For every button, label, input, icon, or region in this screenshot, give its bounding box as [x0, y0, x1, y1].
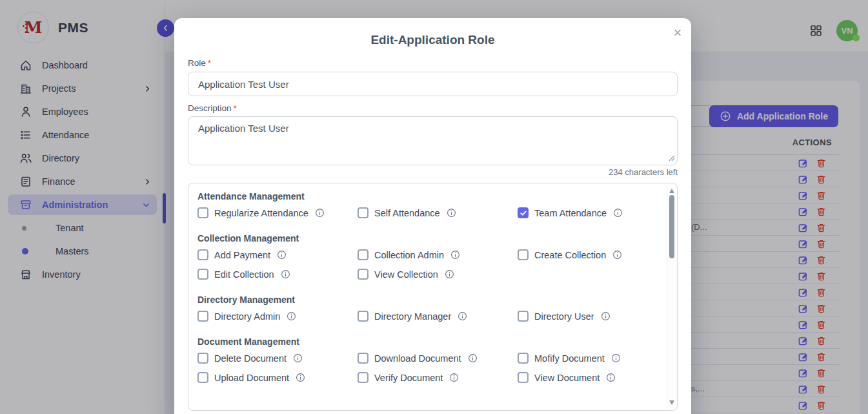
info-icon[interactable]	[449, 373, 459, 382]
permission-add-payment[interactable]: Add Payment	[197, 249, 358, 260]
info-icon[interactable]	[468, 353, 478, 363]
info-icon[interactable]	[277, 250, 287, 260]
permission-label: Upload Document	[214, 373, 289, 383]
description-field-label: Description*	[188, 103, 678, 113]
permission-label: Mofify Document	[534, 353, 605, 364]
role-field-label: Role*	[188, 58, 678, 68]
permission-group-title: Collection Management	[197, 233, 658, 243]
checkbox-icon[interactable]	[197, 353, 208, 364]
permission-label: View Collection	[374, 269, 438, 280]
info-icon[interactable]	[450, 250, 460, 260]
characters-left-counter: 234 characters left	[188, 167, 678, 177]
checkbox-icon[interactable]	[518, 372, 529, 383]
checkbox-icon[interactable]	[197, 311, 208, 322]
info-icon[interactable]	[447, 208, 456, 218]
info-icon[interactable]	[611, 353, 621, 363]
permission-view-collection[interactable]: View Collection	[358, 269, 518, 280]
checkbox-icon[interactable]	[358, 269, 368, 280]
permission-group-title: Attendance Management	[197, 191, 658, 202]
checkbox-icon[interactable]	[197, 372, 208, 383]
permission-self-attendance[interactable]: Self Attendance	[358, 207, 518, 218]
permission-group-document-management: Document Management Delete Document Down…	[197, 336, 658, 383]
checkbox-icon[interactable]	[358, 249, 368, 260]
permission-create-collection[interactable]: Create Collection	[518, 249, 658, 260]
permission-edit-collection[interactable]: Edit Collection	[197, 269, 358, 280]
permission-group-collection-management: Collection Management Add Payment Collec…	[197, 233, 658, 280]
info-icon[interactable]	[613, 208, 623, 218]
info-icon[interactable]	[281, 269, 290, 279]
permission-label: Directory User	[534, 311, 594, 322]
checkbox-icon[interactable]	[197, 207, 208, 218]
role-input[interactable]	[188, 72, 678, 96]
scroll-up-arrow-icon[interactable]	[669, 189, 674, 193]
permissions-groups: Attendance Management Regularize Attenda…	[197, 191, 658, 383]
info-icon[interactable]	[612, 250, 622, 260]
permission-label: Edit Collection	[214, 269, 274, 280]
scroll-down-arrow-icon[interactable]	[669, 400, 674, 405]
info-icon[interactable]	[601, 311, 611, 321]
info-icon[interactable]	[296, 373, 305, 382]
permission-mofify-document[interactable]: Mofify Document	[518, 353, 658, 364]
checkbox-icon[interactable]	[197, 269, 208, 280]
required-asterisk: *	[208, 58, 211, 68]
checkbox-icon[interactable]	[358, 372, 368, 383]
permission-collection-admin[interactable]: Collection Admin	[358, 249, 518, 260]
permission-label: Add Payment	[214, 250, 270, 260]
permission-group-title: Directory Management	[197, 295, 658, 305]
checkbox-checked-icon[interactable]	[518, 207, 529, 218]
permission-download-document[interactable]: Download Document	[358, 353, 518, 364]
permission-label: Download Document	[374, 353, 461, 364]
permission-upload-document[interactable]: Upload Document	[197, 372, 358, 383]
checkbox-icon[interactable]	[197, 249, 208, 260]
description-textarea[interactable]: Application Test User	[188, 116, 678, 165]
info-icon[interactable]	[606, 373, 616, 382]
permission-group-directory-management: Directory Management Directory Admin Dir…	[197, 295, 658, 322]
permission-label: Directory Admin	[214, 311, 280, 322]
permission-label: Collection Admin	[374, 250, 444, 260]
permissions-scrollbar[interactable]	[667, 184, 676, 409]
permission-directory-admin[interactable]: Directory Admin	[197, 311, 358, 322]
permission-directory-manager[interactable]: Directory Manager	[358, 311, 518, 322]
modal-title: Edit-Application Role	[188, 33, 678, 47]
info-icon[interactable]	[458, 311, 467, 321]
permission-group-attendance-management: Attendance Management Regularize Attenda…	[197, 191, 658, 218]
permission-verify-document[interactable]: Verify Document	[358, 372, 518, 383]
app-root: VN M PMS DashboardProjectsEmployeesAtten…	[0, 0, 868, 414]
close-icon[interactable]: ×	[667, 22, 689, 44]
info-icon[interactable]	[293, 353, 303, 363]
permissions-panel: Attendance Management Regularize Attenda…	[188, 183, 678, 411]
checkbox-icon[interactable]	[518, 311, 529, 322]
permission-group-title: Document Management	[197, 336, 658, 347]
permission-label: Regularize Attendance	[214, 208, 308, 218]
info-icon[interactable]	[315, 208, 325, 218]
permission-delete-document[interactable]: Delete Document	[197, 353, 358, 364]
permission-directory-user[interactable]: Directory User	[518, 311, 658, 322]
scrollbar-thumb[interactable]	[669, 195, 674, 258]
info-icon[interactable]	[445, 269, 454, 279]
permission-regularize-attendance[interactable]: Regularize Attendance	[197, 207, 358, 218]
info-icon[interactable]	[287, 311, 296, 321]
permission-label: Directory Manager	[374, 311, 451, 322]
checkbox-icon[interactable]	[518, 249, 529, 260]
permission-team-attendance[interactable]: Team Attendance	[518, 207, 658, 218]
required-asterisk: *	[234, 103, 237, 113]
checkbox-icon[interactable]	[358, 207, 368, 218]
permission-label: View Document	[534, 373, 600, 383]
permission-label: Delete Document	[214, 353, 287, 364]
permission-label: Team Attendance	[534, 208, 607, 218]
checkbox-icon[interactable]	[358, 353, 368, 364]
checkbox-icon[interactable]	[518, 353, 529, 364]
permission-label: Create Collection	[534, 250, 606, 260]
permission-label: Verify Document	[374, 373, 443, 383]
checkbox-icon[interactable]	[358, 311, 368, 322]
permission-view-document[interactable]: View Document	[518, 372, 658, 383]
edit-application-role-modal: Edit-Application Role × Role* Descriptio…	[174, 18, 691, 414]
permission-label: Self Attendance	[374, 208, 440, 218]
resize-grip-icon[interactable]	[669, 155, 675, 161]
